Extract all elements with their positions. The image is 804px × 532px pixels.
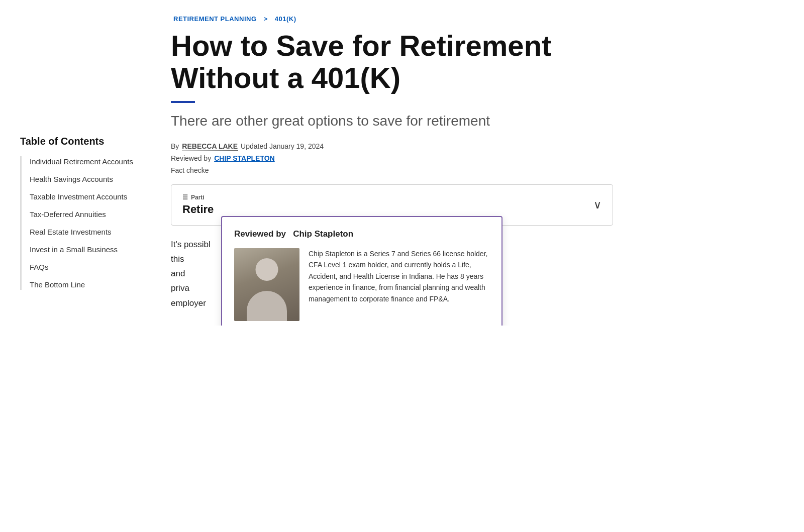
series-title: Retire: [182, 203, 214, 216]
toc-item-bottomline[interactable]: The Bottom Line: [30, 279, 146, 290]
breadcrumb: RETIREMENT PLANNING > 401(K): [171, 15, 613, 23]
chevron-down-icon[interactable]: ∨: [593, 198, 601, 211]
updated-label: Updated January 19, 2024: [241, 142, 324, 150]
popup-reviewer-name: Chip Stapleton: [293, 229, 353, 239]
toc-item-annuities[interactable]: Tax-Deferred Annuities: [30, 209, 146, 220]
article-subtitle: There are other great options to save fo…: [171, 112, 613, 130]
reviewer-name-link[interactable]: CHIP STAPLETON: [214, 154, 275, 162]
author-name[interactable]: REBECCA LAKE: [182, 142, 238, 150]
toc-item-realestate[interactable]: Real Estate Investments: [30, 227, 146, 237]
toc-item-faqs[interactable]: FAQs: [30, 262, 146, 272]
page-wrapper: Table of Contents Individual Retirement …: [0, 0, 804, 326]
toc-item-ira[interactable]: Individual Retirement Accounts: [30, 156, 146, 167]
toc-list: Individual Retirement Accounts Health Sa…: [20, 156, 146, 290]
author-line: By REBECCA LAKE Updated January 19, 2024: [171, 142, 613, 150]
lines-icon: ☰: [182, 194, 188, 201]
toc-item-taxable[interactable]: Taxable Investment Accounts: [30, 191, 146, 202]
toc-heading: Table of Contents: [20, 136, 146, 147]
reviewed-by-line: Reviewed by CHIP STAPLETON: [171, 154, 613, 162]
popup-bio-text: Chip Stapleton is a Series 7 and Series …: [309, 248, 489, 321]
article-title: How to Save for Retirement Without a 401…: [171, 30, 613, 94]
by-label: By: [171, 142, 179, 150]
toc-item-smallbusiness[interactable]: Invest in a Small Business: [30, 244, 146, 255]
popup-title: Reviewed by Chip Stapleton: [234, 229, 489, 239]
series-info: ☰ Parti Retire: [182, 194, 214, 216]
fact-checker-line: Fact checke: [171, 166, 613, 174]
reviewed-by-label: Reviewed by: [171, 154, 211, 162]
series-label: ☰ Parti: [182, 194, 214, 201]
avatar-image: [234, 248, 299, 321]
title-divider: [171, 101, 195, 103]
fact-checker-label: Fact checke: [171, 166, 209, 174]
reviewer-popup: Reviewed by Chip Stapleton Chip Stapleto…: [221, 216, 502, 326]
toc-item-hsa[interactable]: Health Savings Accounts: [30, 174, 146, 184]
sidebar: Table of Contents Individual Retirement …: [20, 15, 161, 310]
avatar: [234, 248, 299, 321]
popup-body: Chip Stapleton is a Series 7 and Series …: [234, 248, 489, 321]
